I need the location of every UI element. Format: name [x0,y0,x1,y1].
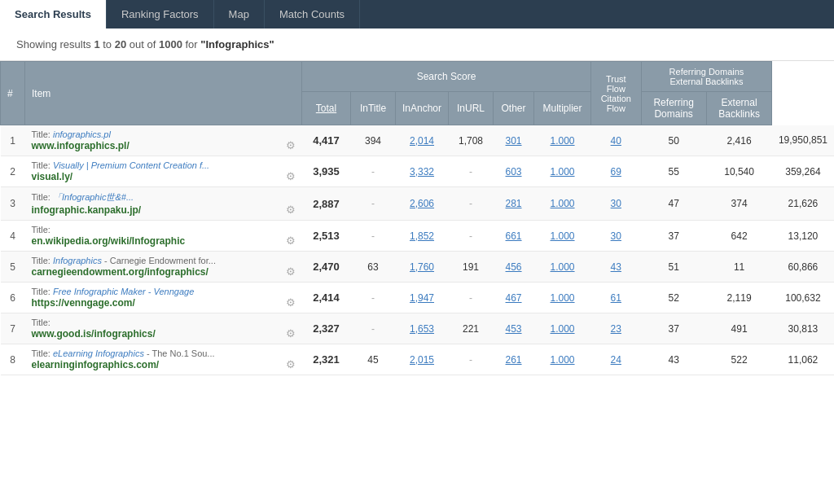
gear-icon[interactable]: ⚙ [286,265,296,278]
row-other-link[interactable]: 301 [506,135,522,147]
col-header-external-sub: External Backlinks [706,92,772,125]
trust-flow-link[interactable]: 40 [611,135,621,147]
row-multiplier-link[interactable]: 1.000 [551,198,575,209]
gear-icon[interactable]: ⚙ [286,234,296,247]
row-external-backlinks: 13,120 [772,221,834,252]
item-title-link[interactable]: Visually | Premium Content Creation f... [53,160,209,170]
row-number: 6 [1,283,25,313]
col-header-num: # [1,62,25,125]
row-number: 1 [1,125,25,156]
row-multiplier-link[interactable]: 1.000 [551,323,575,335]
row-inanchor: 1,947 [396,283,449,313]
row-intitle: - [351,283,396,313]
row-other-link[interactable]: 603 [506,166,522,177]
tab-map[interactable]: Map [214,0,265,28]
row-citation-flow: 50 [641,125,706,156]
item-title-link[interactable]: Free Infographic Maker - Venngage [53,287,194,296]
row-other: 467 [494,283,534,313]
row-total: 2,513 [302,221,351,252]
row-inurl: 191 [449,252,494,283]
row-multiplier-link[interactable]: 1.000 [551,292,575,304]
item-url: www.infographics.pl/ [32,140,129,151]
row-inanchor-link[interactable]: 1,760 [410,261,434,273]
col-header-other: Other [494,92,534,125]
gear-icon[interactable]: ⚙ [286,139,296,151]
trust-flow-link[interactable]: 69 [611,166,621,177]
item-title: Title: eLearning Infographics - The No.1… [32,348,296,358]
row-referring-domains: 374 [706,187,772,221]
row-multiplier-link[interactable]: 1.000 [551,166,575,177]
tab-match-counts[interactable]: Match Counts [265,0,360,28]
item-url-row: en.wikipedia.org/wiki/Infographic⚙ [32,234,296,247]
row-multiplier-link[interactable]: 1.000 [551,354,575,366]
row-item: Title: Visually | Premium Content Creati… [25,156,302,187]
col-header-referring: Referring DomainsExternal Backlinks [641,62,772,92]
row-multiplier-link[interactable]: 1.000 [551,261,575,273]
item-url-row: carnegieendowment.org/infographics/⚙ [32,265,296,278]
tab-search-results[interactable]: Search Results [0,0,107,28]
row-inanchor: 2,606 [396,187,449,221]
row-multiplier: 1.000 [534,313,591,344]
row-other-link[interactable]: 661 [506,230,522,242]
row-multiplier: 1.000 [534,344,591,375]
gear-icon[interactable]: ⚙ [286,327,296,340]
row-multiplier-link[interactable]: 1.000 [551,230,575,242]
row-citation-flow: 43 [641,344,706,375]
row-trust-flow: 40 [591,125,641,156]
item-title-link[interactable]: Infographics [53,256,102,265]
row-inurl: 1,708 [449,125,494,156]
row-multiplier-link[interactable]: 1.000 [551,135,575,147]
trust-flow-link[interactable]: 30 [611,230,621,242]
trust-flow-link[interactable]: 61 [611,292,621,304]
col-header-trust: Trust FlowCitation Flow [591,62,641,125]
row-inanchor: 1,760 [396,252,449,283]
row-inanchor: 1,653 [396,313,449,344]
row-referring-domains: 642 [706,221,772,252]
row-inanchor-link[interactable]: 3,332 [410,166,434,177]
gear-icon[interactable]: ⚙ [286,296,296,309]
row-inanchor: 1,852 [396,221,449,252]
row-inanchor-link[interactable]: 2,015 [410,354,434,366]
row-external-backlinks: 30,813 [772,313,834,344]
row-inanchor-link[interactable]: 2,606 [410,198,434,209]
col-header-referring-sub: Referring Domains [641,92,706,125]
trust-flow-link[interactable]: 23 [611,323,621,335]
row-other: 456 [494,252,534,283]
row-referring-domains: 2,119 [706,283,772,313]
row-intitle: - [351,187,396,221]
table-row: 3Title: 「Infographic世&#...infographic.ka… [1,187,835,221]
row-inanchor-link[interactable]: 1,653 [410,323,434,335]
row-multiplier: 1.000 [534,252,591,283]
item-url-row: www.good.is/infographics/⚙ [32,327,296,340]
row-number: 5 [1,252,25,283]
trust-flow-link[interactable]: 30 [611,198,621,209]
row-trust-flow: 30 [591,187,641,221]
row-inanchor-link[interactable]: 1,947 [410,292,434,304]
trust-flow-link[interactable]: 43 [611,261,621,273]
trust-flow-link[interactable]: 24 [611,354,621,366]
row-external-backlinks: 359,264 [772,156,834,187]
item-url: www.good.is/infographics/ [32,328,156,340]
row-citation-flow: 52 [641,283,706,313]
item-title-link[interactable]: 「Infographic世&#... [53,192,134,202]
row-other-link[interactable]: 467 [506,292,522,304]
row-other-link[interactable]: 261 [506,354,522,366]
tab-ranking-factors[interactable]: Ranking Factors [107,0,214,28]
table-row: 1Title: infographics.plwww.infographics.… [1,125,835,156]
row-other-link[interactable]: 453 [506,323,522,335]
row-other-link[interactable]: 281 [506,198,522,209]
col-header-multiplier: Multiplier [534,92,591,125]
row-number: 8 [1,344,25,375]
row-inanchor-link[interactable]: 1,852 [410,230,434,242]
gear-icon[interactable]: ⚙ [286,358,296,370]
row-total: 2,414 [302,283,351,313]
item-title-link[interactable]: eLearning Infographics [53,348,144,358]
gear-icon[interactable]: ⚙ [286,170,296,182]
table-row: 6Title: Free Infographic Maker - Venngag… [1,283,835,313]
row-number: 7 [1,313,25,344]
gear-icon[interactable]: ⚙ [286,204,296,216]
item-title-link[interactable]: infographics.pl [53,129,111,139]
row-inanchor-link[interactable]: 2,014 [410,135,434,147]
row-external-backlinks: 60,866 [772,252,834,283]
row-other-link[interactable]: 456 [506,261,522,273]
